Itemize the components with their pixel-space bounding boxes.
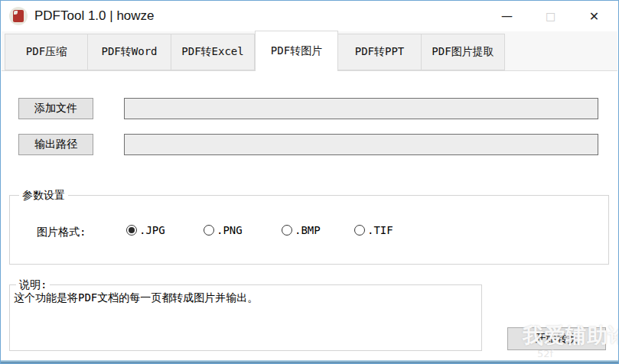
radio-format-jpg[interactable]: .JPG	[126, 224, 165, 236]
radio-label: .PNG	[217, 224, 243, 236]
params-legend: 参数设置	[19, 188, 68, 202]
radio-label: .BMP	[295, 224, 321, 236]
description-groupbox: 说明: 这个功能是将PDF文档的每一页都转成图片并输出。	[9, 284, 482, 351]
radio-circle-icon	[204, 225, 214, 236]
radio-circle-icon	[126, 225, 137, 236]
params-groupbox: 参数设置 图片格式: .JPG .PNG .BMP .TIF	[9, 195, 609, 265]
radio-circle-icon	[282, 225, 292, 236]
image-format-label: 图片格式:	[37, 226, 86, 239]
radio-label: .JPG	[139, 224, 165, 236]
start-convert-button[interactable]: 开始转换	[507, 327, 606, 350]
tab-strip: PDF压缩 PDF转Word PDF转Excel PDF转图片 PDF转PPT …	[2, 31, 617, 71]
tab-pdf-to-image[interactable]: PDF转图片	[255, 31, 338, 71]
tab-pdf-compress[interactable]: PDF压缩	[5, 34, 88, 70]
pdf-app-icon	[9, 7, 28, 25]
output-path-button[interactable]: 输出路径	[18, 134, 93, 155]
description-legend: 说明:	[16, 278, 50, 291]
radio-label: .TIF	[367, 224, 393, 236]
minimize-button[interactable]: —	[485, 1, 529, 31]
maximize-button[interactable]: □	[529, 1, 572, 31]
tab-pdf-image-extract[interactable]: PDF图片提取	[422, 34, 505, 70]
titlebar: PDFTool 1.0 | howze — □ ✕	[1, 1, 618, 31]
add-file-button[interactable]: 添加文件	[18, 98, 93, 119]
window-bottom-border	[1, 360, 618, 363]
app-window: PDFTool 1.0 | howze — □ ✕ PDF压缩 PDF转Word…	[0, 0, 619, 364]
file-path-input[interactable]	[124, 98, 598, 119]
tab-pdf-to-word[interactable]: PDF转Word	[88, 34, 171, 70]
radio-circle-icon	[354, 225, 365, 236]
radio-format-png[interactable]: .PNG	[204, 224, 243, 236]
radio-format-bmp[interactable]: .BMP	[282, 224, 321, 236]
output-path-input[interactable]	[124, 134, 598, 155]
description-text: 这个功能是将PDF文档的每一页都转成图片并输出。	[14, 291, 477, 305]
close-button[interactable]: ✕	[572, 1, 616, 31]
radio-format-tif[interactable]: .TIF	[354, 224, 393, 236]
tab-content-pdf-to-image: 添加文件 输出路径 参数设置 图片格式: .JPG .PNG .BMP .TIF	[2, 72, 617, 360]
window-title: PDFTool 1.0 | howze	[34, 8, 155, 24]
window-controls: — □ ✕	[485, 1, 618, 31]
tab-pdf-to-ppt[interactable]: PDF转PPT	[338, 34, 422, 70]
tab-pdf-to-excel[interactable]: PDF转Excel	[171, 34, 255, 70]
